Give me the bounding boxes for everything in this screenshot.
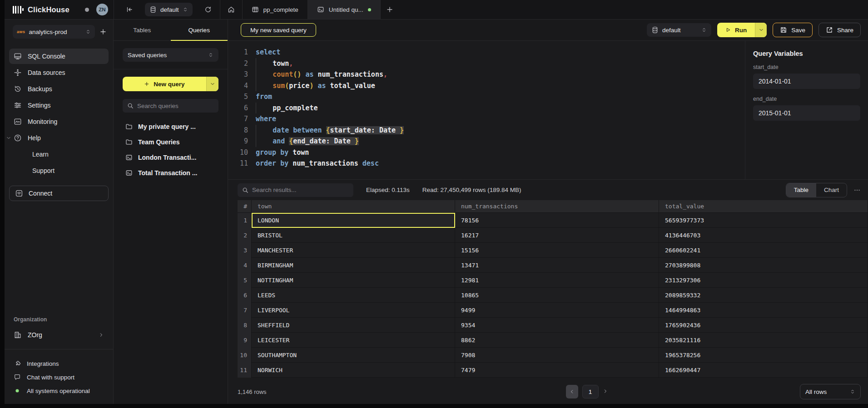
column-header[interactable]: num_transactions [455,200,659,213]
saved-queries-select[interactable]: Saved queries [123,48,218,62]
table-cell[interactable]: 16217 [455,228,659,243]
chevron-down-icon[interactable] [6,135,11,141]
next-page-button[interactable] [603,388,608,396]
code-line[interactable]: 3 count() as num_transactions, [235,69,745,80]
more-options-button[interactable] [853,187,861,194]
table-cell[interactable]: 1662690447 [659,363,868,378]
prev-page-button[interactable] [566,385,578,398]
table-cell[interactable]: 13471 [455,258,659,273]
results-search-input[interactable] [252,187,349,193]
table-cell[interactable]: SOUTHAMPTON [252,348,455,363]
table-cell[interactable]: LEICESTER [252,333,455,348]
column-header[interactable]: total_value [659,200,868,213]
table-cell[interactable]: 10865 [455,288,659,303]
tab-untitled-query[interactable]: Untitled qu... [308,0,380,19]
table-cell[interactable]: 4136446703 [659,228,868,243]
table-cell[interactable]: 56593977373 [659,213,868,228]
table-cell[interactable]: MANCHESTER [252,243,455,258]
share-button[interactable]: Share [818,23,861,37]
table-cell[interactable]: 2089859332 [659,288,868,303]
code-line[interactable]: 2 town, [235,58,745,69]
sidebar-item-chat-support[interactable]: Chat with support [5,370,113,384]
home-button[interactable] [220,0,242,19]
code-line[interactable]: 4 sum(price) as total_value [235,80,745,92]
database-selector[interactable]: default [145,3,193,16]
table-cell[interactable]: 1765902436 [659,318,868,333]
tab-pp-complete[interactable]: pp_complete [243,0,308,19]
refresh-button[interactable] [201,2,215,17]
sidebar-item-support[interactable]: Support [9,163,109,178]
table-cell[interactable]: SHEFFIELD [252,318,455,333]
start-date-input[interactable] [753,74,860,89]
run-button[interactable]: Run [717,23,767,37]
column-header[interactable]: town [252,200,455,213]
table-cell[interactable]: 2035821116 [659,333,868,348]
code-line[interactable]: 9 and {end_date: Date } [235,136,745,147]
sidebar-item-sql-console[interactable]: SQL Console [9,49,109,64]
code-line[interactable]: 6 pp_complete [235,103,745,114]
sidebar-item-help[interactable]: Help [9,130,109,146]
add-service-button[interactable] [99,28,107,35]
table-cell[interactable]: NORWICH [252,363,455,378]
sidebar-item-integrations[interactable]: Integrations [5,357,113,370]
system-status-indicator[interactable]: All systems operational [5,384,113,398]
code-line[interactable]: 10group by town [235,147,745,158]
run-options-button[interactable] [755,23,767,37]
run-database-selector[interactable]: default [647,23,711,37]
code-line[interactable]: 5from [235,91,745,103]
sidebar-item-settings[interactable]: Settings [9,98,109,113]
query-list-item[interactable]: My private query ... [123,119,218,134]
puzzle-icon [14,360,21,367]
view-chart-button[interactable]: Chart [816,183,847,197]
code-line[interactable]: 1select [235,47,745,58]
sql-editor[interactable]: 1select2 town,3 count() as num_transacti… [228,41,745,179]
table-row: 1LONDON7815656593977373 [238,213,868,228]
table-cell[interactable]: 12981 [455,273,659,288]
query-list-item[interactable]: Team Queries [123,134,218,150]
table-cell[interactable]: 2660602241 [659,243,868,258]
new-query-button[interactable]: New query [123,77,218,91]
table-cell[interactable]: LONDON [252,213,455,228]
saved-query-tab[interactable]: My new saved query [241,23,316,37]
collapse-sidebar-button[interactable] [122,2,137,17]
end-date-input[interactable] [753,105,860,121]
current-page[interactable]: 1 [582,385,599,398]
tab-queries[interactable]: Queries [171,20,228,40]
view-table-button[interactable]: Table [786,183,816,197]
code-line[interactable]: 8 date between {start_date: Date } [235,125,745,136]
table-cell[interactable]: 78156 [455,213,659,228]
query-list-item[interactable]: Total Transaction ... [123,165,218,181]
sidebar-item-learn[interactable]: Learn [9,147,109,162]
table-cell[interactable]: 7479 [455,363,659,378]
table-cell[interactable]: BRISTOL [252,228,455,243]
table-cell[interactable]: BIRMINGHAM [252,258,455,273]
sidebar-item-data-sources[interactable]: Data sources [9,65,109,80]
new-query-menu-button[interactable] [206,77,218,91]
table-cell[interactable]: 2313297306 [659,273,868,288]
query-list-item[interactable]: London Transacti... [123,150,218,165]
table-cell[interactable]: 9499 [455,303,659,318]
table-cell[interactable]: 2703899808 [659,258,868,273]
connect-button[interactable]: Connect [9,186,109,201]
avatar[interactable]: ZN [96,4,108,15]
table-cell[interactable]: LIVERPOOL [252,303,455,318]
organization-selector[interactable]: ZOrg [5,327,113,343]
table-cell[interactable]: 8862 [455,333,659,348]
table-cell[interactable]: 15156 [455,243,659,258]
tab-tables[interactable]: Tables [114,20,171,40]
table-cell[interactable]: 9354 [455,318,659,333]
code-line[interactable]: 11order by num_transactions desc [235,158,745,169]
sidebar-item-backups[interactable]: Backups [9,81,109,97]
sidebar-item-monitoring[interactable]: Monitoring [9,114,109,129]
page-size-select[interactable]: All rows [800,384,861,399]
code-line[interactable]: 7where [235,113,745,125]
query-search-input[interactable] [137,103,214,109]
table-cell[interactable]: LEEDS [252,288,455,303]
workspace-selector[interactable]: aws analytics-prod [13,25,95,39]
new-tab-button[interactable] [381,2,399,17]
table-cell[interactable]: 7908 [455,348,659,363]
table-cell[interactable]: 1965378256 [659,348,868,363]
save-button[interactable]: Save [773,23,813,37]
table-cell[interactable]: NOTTINGHAM [252,273,455,288]
table-cell[interactable]: 1464994863 [659,303,868,318]
